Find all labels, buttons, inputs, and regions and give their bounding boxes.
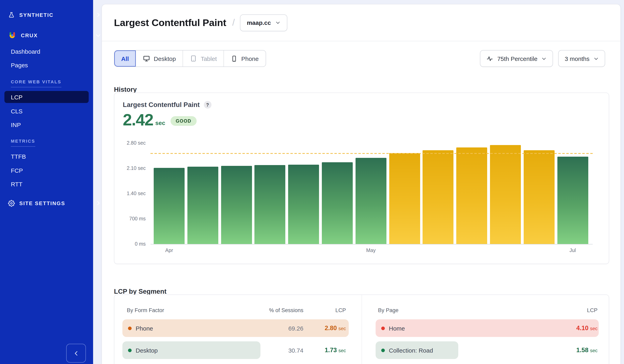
- sidebar-collapse-button[interactable]: [66, 344, 86, 363]
- sidebar-item-dashboard[interactable]: Dashboard: [0, 47, 104, 56]
- collection-road-dot: [381, 348, 385, 352]
- history-bar[interactable]: [456, 147, 487, 244]
- lcp-unit: sec: [590, 348, 598, 353]
- history-bar[interactable]: [221, 166, 252, 244]
- col-lcp: LCP: [545, 307, 598, 313]
- table-row-phone[interactable]: Phone 69.26 2.80sec: [122, 319, 349, 337]
- chevron-down-icon: [275, 20, 281, 25]
- row-label: Phone: [136, 325, 153, 332]
- y-axis-tick: 1.40 sec: [127, 191, 146, 196]
- col-sessions: % of Sessions: [257, 307, 303, 313]
- lcp-current-value: 2.42: [123, 111, 153, 129]
- gear-icon: [8, 200, 15, 206]
- history-bar[interactable]: [524, 150, 555, 244]
- by-page-table: By Page LCP Home 4.10sec Collec: [362, 295, 610, 364]
- chevron-right-icon: [96, 12, 101, 18]
- x-axis-tick: Apr: [165, 248, 173, 253]
- filter-toolbar: All Desktop Tablet: [114, 50, 605, 67]
- chevron-down-icon: [542, 56, 547, 61]
- help-icon[interactable]: ?: [204, 101, 211, 109]
- sidebar-item-lcp[interactable]: LCP: [4, 91, 89, 103]
- lcp-unit: sec: [338, 326, 346, 331]
- sidebar-item-inp[interactable]: INP: [0, 120, 104, 129]
- sidebar-pages-label: Pages: [11, 62, 28, 68]
- tab-tablet-label: Tablet: [201, 55, 217, 62]
- x-axis-tick: Jul: [570, 248, 576, 253]
- crux-dashboard-app: SYNTHETIC CRUX Dashboard: [0, 0, 624, 364]
- tab-tablet[interactable]: Tablet: [182, 50, 224, 67]
- chevron-left-icon: [73, 350, 79, 356]
- desktop-dot: [128, 348, 132, 352]
- history-bar[interactable]: [389, 153, 420, 244]
- lcp-value: 1.73: [325, 347, 337, 353]
- flask-icon: [8, 11, 15, 18]
- history-bar[interactable]: [557, 157, 588, 244]
- history-section-heading: History: [114, 86, 137, 93]
- table-header: By Form Factor % of Sessions LCP: [122, 307, 349, 313]
- sidebar-item-ttfb[interactable]: TTFB: [0, 152, 104, 161]
- chevron-down-icon: [594, 56, 599, 61]
- tab-all[interactable]: All: [114, 50, 136, 67]
- page-header: Largest Contentful Paint / maap.cc: [102, 4, 620, 41]
- row-label: Collection: Road: [389, 347, 433, 354]
- sidebar-item-pages[interactable]: Pages: [0, 61, 104, 69]
- sidebar-item-rtt[interactable]: RTT: [0, 180, 104, 188]
- lcp-value: 4.10: [576, 324, 588, 331]
- phone-icon: [231, 55, 237, 62]
- breadcrumb-separator: /: [232, 17, 235, 28]
- status-badge: GOOD: [171, 116, 197, 126]
- col-by-form-factor: By Form Factor: [122, 307, 257, 313]
- history-bar[interactable]: [288, 165, 319, 244]
- lcp-current-unit: sec: [155, 119, 165, 126]
- lcp-current-value-row: 2.42 sec GOOD: [123, 111, 197, 129]
- history-bar[interactable]: [356, 158, 387, 244]
- history-bar[interactable]: [423, 150, 454, 244]
- activity-icon: [486, 55, 493, 62]
- sidebar-section-metrics: METRICS: [11, 139, 35, 147]
- sidebar-item-fcp[interactable]: FCP: [0, 166, 104, 175]
- y-axis-tick: 0 ms: [135, 241, 146, 247]
- history-bar[interactable]: [490, 145, 521, 244]
- sidebar-cls-label: CLS: [11, 108, 23, 114]
- date-range-dropdown[interactable]: 3 months: [558, 50, 605, 67]
- history-bar[interactable]: [255, 165, 286, 244]
- sidebar-inp-label: INP: [11, 121, 21, 128]
- history-bar[interactable]: [187, 167, 218, 244]
- sidebar-item-site-settings[interactable]: SITE SETTINGS: [0, 197, 107, 209]
- percentile-value: 75th Percentile: [497, 55, 537, 62]
- sidebar-lcp-label: LCP: [11, 93, 23, 100]
- table-header: By Page LCP: [376, 307, 599, 313]
- content-sheet: Largest Contentful Paint / maap.cc All: [102, 4, 621, 364]
- sidebar-item-synthetic[interactable]: SYNTHETIC: [0, 9, 107, 21]
- site-selector-dropdown[interactable]: maap.cc: [240, 14, 287, 31]
- page-title: Largest Contentful Paint: [114, 17, 226, 28]
- sidebar-item-crux[interactable]: CRUX: [0, 28, 107, 42]
- chevron-right-icon: [96, 200, 101, 206]
- sidebar-item-cls[interactable]: CLS: [0, 107, 104, 115]
- sidebar-dashboard-label: Dashboard: [11, 48, 40, 55]
- lcp-value: 2.80: [325, 324, 337, 331]
- history-bar[interactable]: [322, 162, 353, 244]
- lcp-unit: sec: [338, 348, 346, 353]
- sessions-value: 30.74: [257, 347, 303, 354]
- percentile-dropdown[interactable]: 75th Percentile: [480, 50, 553, 67]
- tablet-icon: [190, 55, 197, 62]
- date-range-value: 3 months: [565, 55, 590, 62]
- sidebar-crux-label: CRUX: [21, 32, 38, 38]
- table-row-collection-road[interactable]: Collection: Road 1.58sec: [376, 341, 599, 359]
- tab-desktop[interactable]: Desktop: [136, 50, 182, 67]
- tab-phone-label: Phone: [241, 55, 259, 62]
- history-bar[interactable]: [154, 168, 184, 244]
- tab-phone[interactable]: Phone: [224, 50, 265, 67]
- sidebar: SYNTHETIC CRUX Dashboard: [0, 0, 93, 364]
- row-label: Desktop: [136, 347, 158, 354]
- y-axis-tick: 2.10 sec: [127, 165, 146, 171]
- lcp-value: 1.58: [576, 347, 588, 353]
- x-axis-tick: May: [366, 248, 376, 253]
- history-card: Largest Contentful Paint ? 2.42 sec GOOD…: [114, 92, 609, 264]
- phone-dot: [128, 326, 132, 330]
- by-form-factor-table: By Form Factor % of Sessions LCP Phone 6…: [114, 295, 362, 364]
- toolbar-right-group: 75th Percentile 3 months: [480, 50, 605, 67]
- table-row-home[interactable]: Home 4.10sec: [376, 319, 599, 337]
- table-row-desktop[interactable]: Desktop 30.74 1.73sec: [122, 341, 349, 359]
